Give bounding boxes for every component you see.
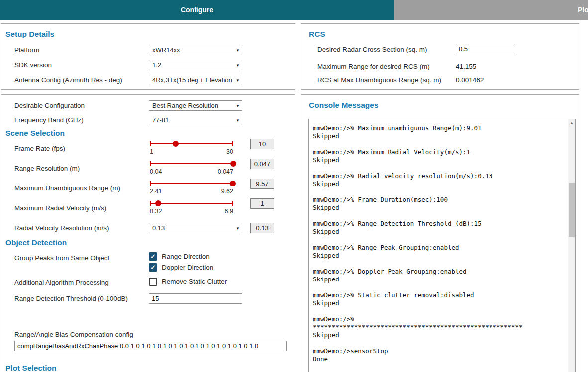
console-line: Skipped bbox=[313, 276, 566, 283]
console-output[interactable]: mmwDemo:/>% Maximum unambiguous Range(m)… bbox=[308, 119, 576, 372]
platform-dropdown[interactable]: xWR14xx ▼ bbox=[149, 45, 242, 55]
console-line: Skipped bbox=[313, 331, 566, 339]
bias-compensation-label: Range/Angle Bias Compensation config bbox=[14, 331, 133, 338]
slider-min-label: 0.32 bbox=[150, 208, 162, 215]
frequency-band-label: Frequency Band (GHz) bbox=[14, 116, 84, 124]
console-messages-title: Console Messages bbox=[309, 101, 379, 110]
setup-details-panel: Setup Details Platform xWR14xx ▼ SDK ver… bbox=[1, 23, 295, 90]
slider-max-label: 30 bbox=[226, 148, 233, 155]
chevron-down-icon: ▼ bbox=[236, 226, 240, 231]
console-line: Skipped bbox=[313, 132, 566, 140]
rcs-title: RCS bbox=[309, 30, 325, 39]
object-detection-heading: Object Detection bbox=[5, 238, 67, 247]
chevron-down-icon: ▼ bbox=[236, 78, 240, 83]
tab-plots-label: Plots bbox=[578, 6, 588, 14]
slider-track[interactable] bbox=[150, 163, 233, 164]
max-unambiguous-range-slider[interactable]: 2.41 9.62 bbox=[150, 180, 233, 195]
plot-selection-heading: Plot Selection bbox=[5, 364, 57, 372]
console-line bbox=[313, 212, 566, 220]
console-line: mmwDemo:/>% Maximum Radial Velocity(m/s)… bbox=[313, 148, 566, 156]
console-line: mmwDemo:/>% Maximum unambiguous Range(m)… bbox=[313, 124, 566, 132]
slider-handle[interactable] bbox=[155, 200, 161, 206]
bias-compensation-input[interactable] bbox=[14, 341, 287, 351]
sdk-version-value: 1.2 bbox=[152, 61, 161, 69]
range-resolution-value: 0.047 bbox=[250, 159, 274, 169]
console-line bbox=[313, 236, 566, 244]
tab-configure[interactable]: Configure bbox=[0, 0, 394, 20]
slider-min-label: 0.04 bbox=[150, 168, 162, 175]
frame-rate-slider[interactable]: 1 30 bbox=[150, 140, 233, 156]
console-line: Skipped bbox=[313, 252, 566, 260]
desirable-config-dropdown[interactable]: Best Range Resolution ▼ bbox=[149, 100, 242, 111]
scrollbar-thumb[interactable] bbox=[569, 183, 575, 237]
console-line bbox=[313, 283, 566, 291]
range-resolution-label: Range Resolution (m) bbox=[14, 165, 80, 172]
console-line bbox=[313, 260, 566, 268]
scroll-up-arrow-icon[interactable]: ▲ bbox=[568, 119, 575, 126]
slider-min-tick bbox=[150, 161, 151, 166]
configuration-panel: Desirable Configuration Best Range Resol… bbox=[1, 94, 295, 372]
slider-track[interactable] bbox=[150, 143, 233, 144]
scene-selection-heading: Scene Selection bbox=[5, 129, 65, 138]
slider-min-label: 1 bbox=[150, 148, 153, 155]
max-radial-velocity-slider[interactable]: 0.32 6.9 bbox=[150, 199, 233, 215]
max-radial-velocity-value: 1 bbox=[250, 198, 274, 209]
rcs-at-max-range-value: 0.001462 bbox=[456, 76, 484, 84]
remove-static-clutter-checkbox[interactable] bbox=[149, 278, 157, 286]
console-lines: mmwDemo:/>% Maximum unambiguous Range(m)… bbox=[313, 124, 566, 363]
console-scrollbar[interactable]: ▲ bbox=[568, 119, 575, 372]
slider-track[interactable] bbox=[150, 183, 233, 184]
range-direction-checkbox[interactable]: ✓ bbox=[149, 252, 157, 261]
slider-max-label: 9.62 bbox=[221, 188, 233, 195]
desired-rcs-input[interactable] bbox=[456, 44, 515, 54]
console-line: mmwDemo:/>% Range Detection Threshold (d… bbox=[313, 220, 566, 228]
doppler-direction-row: ✓ Doppler Direction bbox=[149, 263, 213, 272]
desirable-config-label: Desirable Configuration bbox=[14, 102, 85, 109]
radial-velocity-resolution-value: 0.13 bbox=[152, 224, 165, 232]
doppler-direction-label: Doppler Direction bbox=[162, 264, 213, 271]
doppler-direction-checkbox[interactable]: ✓ bbox=[149, 263, 157, 272]
frequency-band-dropdown[interactable]: 77-81 ▼ bbox=[149, 115, 242, 125]
slider-max-label: 0.047 bbox=[218, 168, 233, 175]
rcs-panel: RCS Desired Radar Cross Section (sq. m) … bbox=[301, 23, 579, 90]
console-line: mmwDemo:/>% Radial velocity resolution(m… bbox=[313, 172, 566, 180]
console-line: mmwDemo:/>% Static clutter removal:disab… bbox=[313, 291, 566, 299]
console-panel: Console Messages mmwDemo:/>% Maximum una… bbox=[301, 94, 579, 372]
frame-rate-label: Frame Rate (fps) bbox=[14, 145, 65, 152]
top-tab-bar: Configure Plots bbox=[0, 0, 588, 20]
console-line bbox=[313, 140, 566, 148]
max-unambiguous-range-label: Maximum Unambiguous Range (m) bbox=[14, 185, 120, 192]
sdk-version-dropdown[interactable]: 1.2 ▼ bbox=[149, 60, 242, 70]
console-line: Skipped bbox=[313, 228, 566, 236]
console-line: mmwDemo:/>% Range Peak Grouping:enabled bbox=[313, 244, 566, 252]
platform-value: xWR14xx bbox=[152, 46, 180, 54]
slider-handle[interactable] bbox=[230, 161, 236, 167]
chevron-down-icon: ▼ bbox=[236, 118, 240, 123]
range-detection-threshold-input[interactable] bbox=[149, 293, 242, 304]
slider-min-tick bbox=[150, 141, 151, 146]
console-line bbox=[313, 188, 566, 196]
slider-max-tick bbox=[232, 141, 233, 146]
console-line: mmwDemo:/>% Frame Duration(msec):100 bbox=[313, 196, 566, 204]
desirable-config-value: Best Range Resolution bbox=[152, 102, 218, 109]
radial-velocity-resolution-dropdown[interactable]: 0.13 ▼ bbox=[149, 223, 242, 233]
max-unambiguous-range-value: 9.57 bbox=[250, 179, 274, 189]
chevron-down-icon: ▼ bbox=[236, 48, 240, 53]
tab-plots[interactable]: Plots bbox=[394, 0, 588, 20]
range-direction-label: Range Direction bbox=[162, 253, 210, 260]
slider-min-label: 2.41 bbox=[150, 188, 162, 195]
antenna-config-label: Antenna Config (Azimuth Res - deg) bbox=[14, 76, 122, 84]
max-range-rcs-label: Maximum Range for desired RCS (m) bbox=[317, 63, 430, 70]
range-resolution-slider[interactable]: 0.04 0.047 bbox=[150, 160, 233, 176]
slider-min-tick bbox=[150, 181, 151, 186]
sdk-version-label: SDK version bbox=[14, 61, 52, 69]
remove-static-clutter-label: Remove Static Clutter bbox=[162, 278, 227, 285]
slider-handle[interactable] bbox=[230, 181, 236, 186]
max-radial-velocity-label: Maximum Radial Velocity (m/s) bbox=[14, 204, 106, 212]
console-line bbox=[313, 339, 566, 347]
max-range-rcs-value: 41.155 bbox=[456, 63, 476, 70]
slider-handle[interactable] bbox=[173, 141, 179, 147]
group-peaks-label: Group Peaks from Same Object bbox=[14, 254, 109, 262]
antenna-config-dropdown[interactable]: 4Rx,3Tx(15 deg + Elevation ▼ bbox=[149, 75, 242, 85]
slider-track[interactable] bbox=[150, 203, 233, 204]
